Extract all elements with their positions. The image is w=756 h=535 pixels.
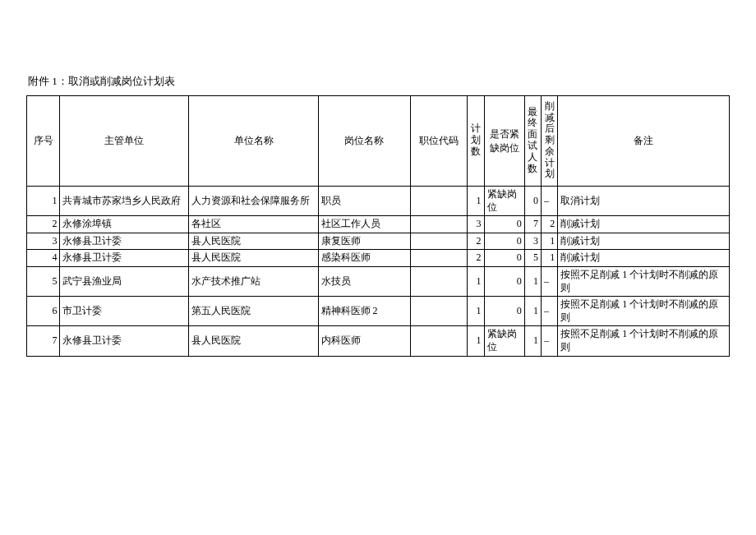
cell-unit: 县人民医院 xyxy=(189,250,318,267)
cell-dept: 共青城市苏家垱乡人民政府 xyxy=(60,187,189,216)
cell-dept: 永修县卫计委 xyxy=(60,326,189,356)
cell-unit: 各社区 xyxy=(189,216,318,233)
cell-remark: 削减计划 xyxy=(558,250,730,267)
cell-short: 0 xyxy=(484,297,524,326)
table-header-row: 序号 主管单位 单位名称 岗位名称 职位代码 计划数 是否紧缺岗位 最终面试人数… xyxy=(27,96,730,187)
th-remain: 削减后剩余计划 xyxy=(542,96,558,187)
cell-remain: – xyxy=(542,187,558,216)
cell-short: 0 xyxy=(484,216,524,233)
cell-code xyxy=(410,266,468,296)
cell-dept: 永修县卫计委 xyxy=(60,233,189,250)
cell-remain: 2 xyxy=(542,216,558,233)
cell-dept: 永修涂埠镇 xyxy=(60,216,189,233)
table-row: 6 市卫计委 第五人民医院 精神科医师 2 1 0 1 – 按照不足削减 1 个… xyxy=(27,297,730,326)
cell-idx: 5 xyxy=(27,266,60,296)
cell-plan: 1 xyxy=(468,266,484,296)
table-body: 1 共青城市苏家垱乡人民政府 人力资源和社会保障服务所 职员 1 紧缺岗位 0 … xyxy=(27,187,730,357)
th-unit: 单位名称 xyxy=(189,96,318,187)
table-row: 5 武宁县渔业局 水产技术推广站 水技员 1 0 1 – 按照不足削减 1 个计… xyxy=(27,266,730,296)
th-dept: 主管单位 xyxy=(60,96,189,187)
cell-idx: 2 xyxy=(27,216,60,233)
cell-short: 紧缺岗位 xyxy=(484,187,524,216)
cell-code xyxy=(410,187,468,216)
cell-short: 0 xyxy=(484,250,524,267)
cell-plan: 2 xyxy=(468,250,484,267)
cell-plan: 2 xyxy=(468,233,484,250)
cell-post: 康复医师 xyxy=(318,233,410,250)
cell-code xyxy=(410,297,468,326)
cell-idx: 1 xyxy=(27,187,60,216)
cell-remain: 1 xyxy=(542,250,558,267)
cell-short: 0 xyxy=(484,233,524,250)
cell-interv: 3 xyxy=(524,233,541,250)
cell-remark: 削减计划 xyxy=(558,233,730,250)
cell-dept: 市卫计委 xyxy=(60,297,189,326)
table-row: 7 永修县卫计委 县人民医院 内科医师 1 紧缺岗位 1 – 按照不足削减 1 … xyxy=(27,326,730,356)
th-idx: 序号 xyxy=(27,96,60,187)
table-row: 4 永修县卫计委 县人民医院 感染科医师 2 0 5 1 削减计划 xyxy=(27,250,730,267)
cell-idx: 7 xyxy=(27,326,60,356)
cell-plan: 3 xyxy=(468,216,484,233)
cell-interv: 1 xyxy=(524,266,541,296)
page-title: 附件 1：取消或削减岗位计划表 xyxy=(26,74,730,89)
cell-plan: 1 xyxy=(468,187,484,216)
cell-unit: 县人民医院 xyxy=(189,233,318,250)
cell-remain: – xyxy=(542,266,558,296)
cell-remain: – xyxy=(542,297,558,326)
cell-post: 职员 xyxy=(318,187,410,216)
cell-post: 社区工作人员 xyxy=(318,216,410,233)
cell-post: 水技员 xyxy=(318,266,410,296)
th-interv: 最终面试人数 xyxy=(524,96,541,187)
cell-remark: 按照不足削减 1 个计划时不削减的原则 xyxy=(558,297,730,326)
th-plan: 计划数 xyxy=(468,96,484,187)
cell-post: 内科医师 xyxy=(318,326,410,356)
cell-interv: 7 xyxy=(524,216,541,233)
cell-remark: 按照不足削减 1 个计划时不削减的原则 xyxy=(558,266,730,296)
table-row: 3 永修县卫计委 县人民医院 康复医师 2 0 3 1 削减计划 xyxy=(27,233,730,250)
cell-dept: 永修县卫计委 xyxy=(60,250,189,267)
cell-plan: 1 xyxy=(468,297,484,326)
cell-interv: 0 xyxy=(524,187,541,216)
th-post: 岗位名称 xyxy=(318,96,410,187)
cell-remark: 削减计划 xyxy=(558,216,730,233)
cell-unit: 人力资源和社会保障服务所 xyxy=(189,187,318,216)
cell-unit: 县人民医院 xyxy=(189,326,318,356)
cell-interv: 1 xyxy=(524,326,541,356)
cell-idx: 4 xyxy=(27,250,60,267)
cell-idx: 6 xyxy=(27,297,60,326)
cell-short: 0 xyxy=(484,266,524,296)
cell-interv: 5 xyxy=(524,250,541,267)
cell-post: 精神科医师 2 xyxy=(318,297,410,326)
cell-code xyxy=(410,216,468,233)
plan-table: 序号 主管单位 单位名称 岗位名称 职位代码 计划数 是否紧缺岗位 最终面试人数… xyxy=(26,95,730,357)
th-code: 职位代码 xyxy=(410,96,468,187)
th-remark: 备注 xyxy=(558,96,730,187)
cell-interv: 1 xyxy=(524,297,541,326)
cell-remain: 1 xyxy=(542,233,558,250)
cell-post: 感染科医师 xyxy=(318,250,410,267)
cell-idx: 3 xyxy=(27,233,60,250)
cell-plan: 1 xyxy=(468,326,484,356)
table-row: 2 永修涂埠镇 各社区 社区工作人员 3 0 7 2 削减计划 xyxy=(27,216,730,233)
cell-remark: 按照不足削减 1 个计划时不削减的原则 xyxy=(558,326,730,356)
cell-code xyxy=(410,250,468,267)
table-row: 1 共青城市苏家垱乡人民政府 人力资源和社会保障服务所 职员 1 紧缺岗位 0 … xyxy=(27,187,730,216)
th-short: 是否紧缺岗位 xyxy=(484,96,524,187)
cell-dept: 武宁县渔业局 xyxy=(60,266,189,296)
cell-code xyxy=(410,233,468,250)
cell-short: 紧缺岗位 xyxy=(484,326,524,356)
cell-code xyxy=(410,326,468,356)
cell-unit: 水产技术推广站 xyxy=(189,266,318,296)
cell-remark: 取消计划 xyxy=(558,187,730,216)
cell-remain: – xyxy=(542,326,558,356)
cell-unit: 第五人民医院 xyxy=(189,297,318,326)
